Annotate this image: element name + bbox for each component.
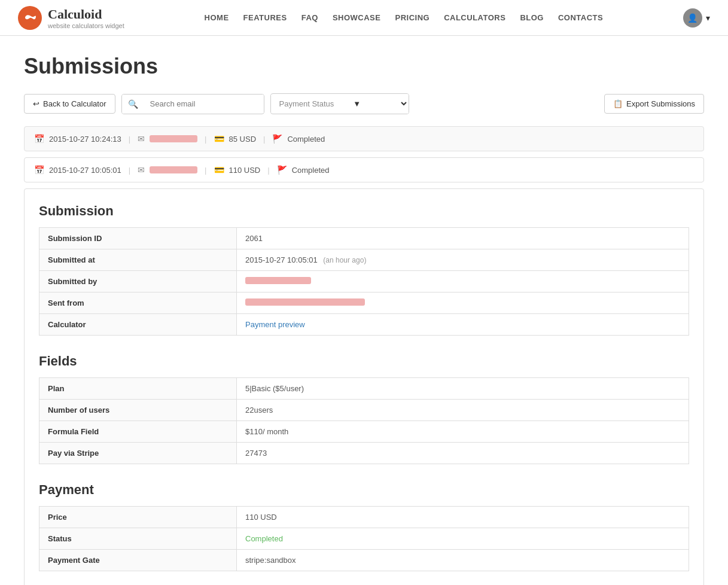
submission-date-2: 2015-10-27 10:05:01	[49, 166, 121, 175]
field-label: Sent from	[39, 292, 237, 314]
status-badge: Completed	[245, 534, 283, 543]
field-label: Number of users	[39, 400, 237, 421]
payment-section-title: Payment	[39, 482, 689, 498]
table-row: Calculator Payment preview	[39, 314, 689, 336]
calculator-link[interactable]: Payment preview	[245, 320, 305, 329]
brand-name: Calculoid	[48, 7, 124, 22]
field-value: 27473	[237, 443, 689, 464]
search-input[interactable]	[144, 95, 264, 113]
navbar: Calculoid website calculators widget HOM…	[0, 0, 728, 36]
toolbar: ↩ Back to Calculator 🔍 Payment Status ▼ …	[24, 93, 704, 114]
flag-icon: 🚩	[272, 134, 282, 144]
field-value: 22users	[237, 400, 689, 421]
main-content: Submissions ↩ Back to Calculator 🔍 Payme…	[0, 36, 728, 585]
detail-panel: Submission Submission ID 2061 Submitted …	[24, 188, 704, 585]
nav-contacts[interactable]: CONTACTS	[558, 13, 603, 22]
field-value: 110 USD	[237, 507, 689, 528]
mail-icon: ✉	[138, 165, 145, 175]
nav-features[interactable]: FEATURES	[243, 13, 287, 22]
fields-section-title: Fields	[39, 354, 689, 369]
brand-subtitle: website calculators widget	[48, 22, 124, 29]
search-button[interactable]: 🔍	[122, 95, 144, 114]
email-blur-2	[150, 166, 197, 173]
export-label: Export Submissions	[626, 99, 695, 108]
table-row: Price 110 USD	[39, 507, 689, 528]
nav-blog[interactable]: BLOG	[520, 13, 544, 22]
search-wrap: 🔍	[121, 94, 264, 114]
back-label: Back to Calculator	[43, 99, 106, 108]
back-icon: ↩	[33, 99, 39, 108]
brand-logo	[18, 6, 42, 30]
table-row: Status Completed	[39, 528, 689, 550]
field-label: Pay via Stripe	[39, 443, 237, 464]
field-value: Payment preview	[237, 314, 689, 336]
field-value	[237, 271, 689, 292]
nav-pricing[interactable]: PRICING	[395, 13, 430, 22]
back-to-calculator-button[interactable]: ↩ Back to Calculator	[24, 94, 115, 114]
nav-calculators[interactable]: CALCULATORS	[444, 13, 505, 22]
field-value: 2015-10-27 10:05:01 (an hour ago)	[237, 249, 689, 271]
field-value: 5|Basic ($5/user)	[237, 378, 689, 400]
calendar-icon: 📅	[34, 134, 44, 144]
nav-showcase[interactable]: SHOWCASE	[333, 13, 381, 22]
field-label: Price	[39, 507, 237, 528]
field-label: Plan	[39, 378, 237, 400]
field-label: Calculator	[39, 314, 237, 336]
payment-status-select[interactable]: ▼ Completed Pending Failed	[342, 94, 409, 114]
brand-text: Calculoid website calculators widget	[48, 7, 124, 29]
search-icon: 🔍	[128, 99, 138, 109]
table-row: Sent from	[39, 292, 689, 314]
mail-icon: ✉	[138, 134, 145, 144]
submission-amount-1: 85 USD	[229, 135, 257, 144]
field-label: Formula Field	[39, 421, 237, 443]
submission-row[interactable]: 📅 2015-10-27 10:24:13 | ✉ | 💳 85 USD | 🚩…	[24, 126, 704, 151]
submission-status-2: Completed	[292, 166, 330, 175]
table-row: Number of users 22users	[39, 400, 689, 421]
submission-row[interactable]: 📅 2015-10-27 10:05:01 | ✉ | 💳 110 USD | …	[24, 157, 704, 182]
payment-status-wrap: Payment Status ▼ Completed Pending Faile…	[270, 93, 410, 114]
submission-amount-2: 110 USD	[229, 166, 261, 175]
brand: Calculoid website calculators widget	[18, 6, 124, 30]
nav-links: HOME FEATURES FAQ SHOWCASE PRICING CALCU…	[205, 13, 604, 22]
field-value: 2061	[237, 228, 689, 249]
flag-icon: 🚩	[277, 165, 287, 175]
fields-table: Plan 5|Basic ($5/user) Number of users 2…	[39, 377, 689, 464]
email-blur-1	[150, 135, 197, 142]
table-row: Pay via Stripe 27473	[39, 443, 689, 464]
calendar-icon: 📅	[34, 165, 44, 175]
export-icon: 📋	[613, 99, 623, 108]
field-label: Submission ID	[39, 228, 237, 249]
field-value: Completed	[237, 528, 689, 550]
field-value	[237, 292, 689, 314]
submitted-by-blur	[245, 277, 311, 284]
sent-from-blur	[245, 298, 365, 306]
field-label: Status	[39, 528, 237, 550]
table-row: Submitted at 2015-10-27 10:05:01 (an hou…	[39, 249, 689, 271]
field-value: $110/ month	[237, 421, 689, 443]
field-value: stripe:sandbox	[237, 550, 689, 571]
table-row: Submitted by	[39, 271, 689, 292]
user-dropdown-icon: ▾	[706, 13, 710, 23]
nav-faq[interactable]: FAQ	[301, 13, 318, 22]
payment-status-label: Payment Status	[271, 95, 343, 113]
time-ago: (an hour ago)	[323, 256, 366, 264]
submission-date-1: 2015-10-27 10:24:13	[49, 135, 121, 144]
payment-table: Price 110 USD Status Completed Payment G…	[39, 506, 689, 571]
table-row: Submission ID 2061	[39, 228, 689, 249]
nav-user[interactable]: 👤 ▾	[683, 8, 710, 28]
table-row: Plan 5|Basic ($5/user)	[39, 378, 689, 400]
field-label: Submitted by	[39, 271, 237, 292]
submission-table: Submission ID 2061 Submitted at 2015-10-…	[39, 227, 689, 336]
money-icon: 💳	[214, 134, 224, 144]
submission-status-1: Completed	[287, 135, 325, 144]
nav-home[interactable]: HOME	[205, 13, 229, 22]
avatar: 👤	[683, 8, 702, 28]
field-label: Payment Gate	[39, 550, 237, 571]
table-row: Payment Gate stripe:sandbox	[39, 550, 689, 571]
field-label: Submitted at	[39, 249, 237, 271]
table-row: Formula Field $110/ month	[39, 421, 689, 443]
money-icon: 💳	[214, 165, 224, 175]
page-title: Submissions	[24, 54, 704, 79]
export-submissions-button[interactable]: 📋 Export Submissions	[604, 94, 704, 114]
submission-section-title: Submission	[39, 203, 689, 219]
